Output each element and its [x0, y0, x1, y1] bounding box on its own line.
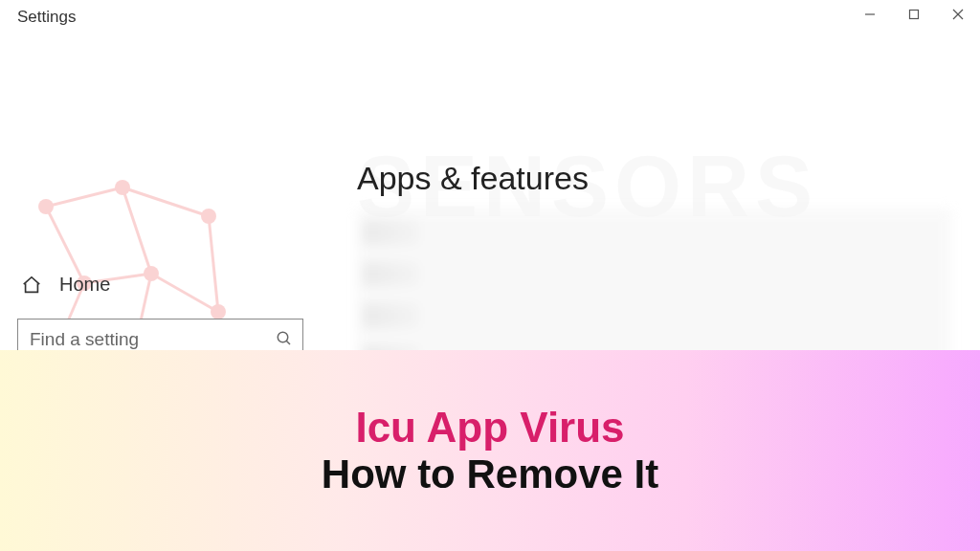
close-icon	[952, 9, 964, 20]
maximize-icon	[908, 9, 920, 20]
svg-point-18	[211, 304, 226, 320]
title-bar: Settings	[0, 0, 980, 36]
window-title: Settings	[17, 8, 76, 27]
svg-line-7	[122, 187, 151, 274]
svg-line-22	[286, 341, 290, 344]
banner-overlay: Icu App Virus How to Remove It	[0, 350, 980, 551]
nav-home[interactable]: Home	[17, 268, 303, 301]
svg-point-14	[115, 180, 130, 195]
svg-point-15	[201, 209, 216, 224]
minimize-button[interactable]	[848, 0, 892, 29]
maximize-button[interactable]	[892, 0, 936, 29]
svg-line-4	[46, 187, 122, 207]
search-placeholder: Find a setting	[30, 329, 276, 350]
home-icon	[21, 275, 42, 296]
svg-point-21	[278, 332, 288, 342]
nav-home-label: Home	[59, 274, 110, 296]
settings-window: Settings	[0, 0, 980, 551]
close-button[interactable]	[936, 0, 980, 29]
banner-subtitle: How to Remove It	[322, 452, 658, 497]
window-controls	[848, 0, 980, 29]
svg-point-13	[38, 199, 54, 214]
minimize-icon	[864, 9, 876, 20]
search-icon	[276, 330, 295, 349]
banner-title: Icu App Virus	[355, 404, 624, 452]
svg-rect-1	[910, 11, 919, 19]
svg-line-5	[122, 187, 209, 216]
page-title: Apps & features	[357, 160, 951, 197]
